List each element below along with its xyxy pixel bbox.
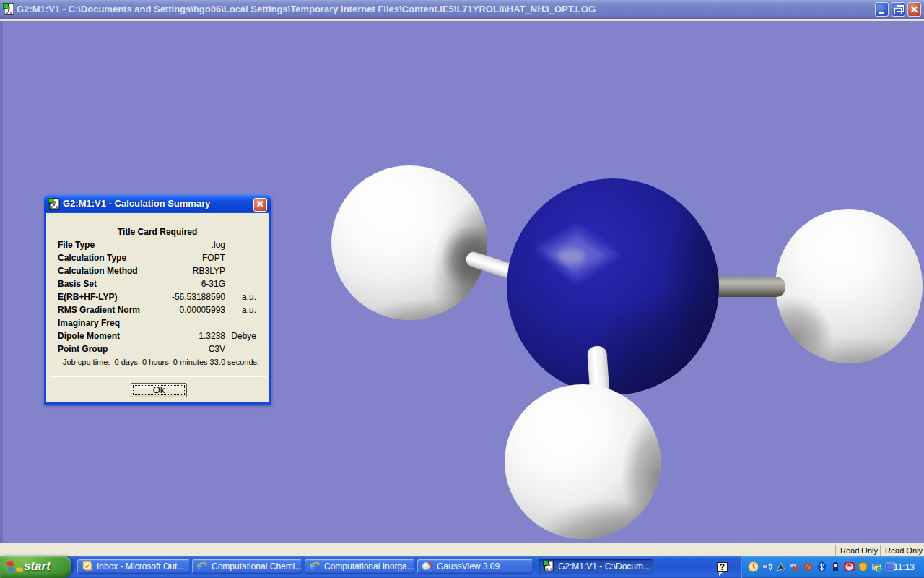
svg-text:e: e [198, 561, 202, 571]
svg-text:e: e [310, 561, 315, 571]
